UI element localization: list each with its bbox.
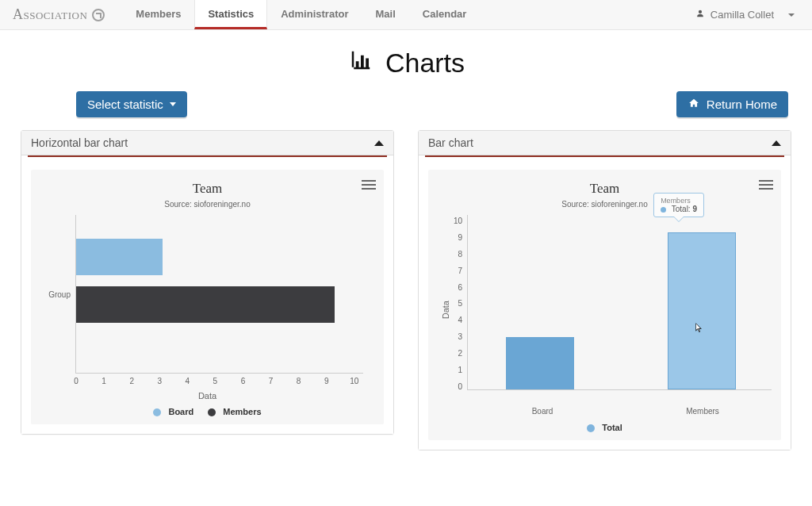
- gauge-icon: [92, 9, 105, 21]
- vbar-chart-card: Team Source: sioforeninger.no Data 10 9 …: [428, 170, 781, 440]
- vbar-tooltip: Members Total: 9: [653, 193, 704, 217]
- page-title: Charts: [0, 48, 812, 79]
- user-icon: [696, 9, 704, 21]
- hbar-tick: 1: [102, 377, 106, 385]
- nav-item-mail[interactable]: Mail: [362, 0, 408, 29]
- tooltip-row: Total: 9: [661, 205, 697, 213]
- hbar-tick: 6: [241, 377, 246, 385]
- hbar-tick: 4: [186, 377, 190, 385]
- chart-menu-icon[interactable]: [362, 178, 376, 192]
- legend-board-label: Board: [168, 407, 193, 416]
- vbar-plot-area: Data 10 9 8 7 6 5 4 3 2 1 0: [438, 215, 772, 405]
- nav-item-administrator[interactable]: Administrator: [267, 0, 362, 29]
- vbar-ytick: 3: [454, 332, 462, 341]
- panel-hbar-header[interactable]: Horizontal bar chart: [21, 131, 393, 155]
- hbar-chart-card: Team Source: sioforeninger.no Group 0 1 …: [31, 170, 384, 424]
- page-title-text: Charts: [385, 48, 465, 79]
- vbar-y-axis-title: Data: [441, 301, 450, 319]
- panel-hbar-body: Team Source: sioforeninger.no Group 0 1 …: [21, 157, 393, 434]
- tooltip-value: 9: [692, 205, 697, 213]
- hbar-tick: 10: [350, 377, 358, 385]
- bar-chart-icon: [347, 48, 374, 79]
- vbar-xcat-members: Members: [686, 407, 719, 416]
- hbar-x-axis: 0 1 2 3 4 5 6 7 8 9 10: [76, 377, 363, 385]
- vbar-ytick: 6: [454, 283, 462, 292]
- vbar-bar-board[interactable]: [506, 337, 574, 389]
- nav-item-statistics[interactable]: Statistics: [194, 0, 267, 29]
- user-menu[interactable]: Camilla Collet: [687, 0, 804, 29]
- tooltip-dot-icon: [661, 207, 666, 213]
- hbar-bar-board[interactable]: [76, 239, 163, 275]
- hbar-x-axis-title: Data: [40, 391, 374, 401]
- tooltip-series-label: Total:: [672, 205, 691, 213]
- legend-total-label: Total: [602, 423, 622, 432]
- legend-item-board[interactable]: Board: [153, 407, 193, 416]
- chevron-up-icon[interactable]: [772, 140, 781, 146]
- user-name: Camilla Collet: [710, 9, 774, 21]
- chevron-up-icon[interactable]: [374, 140, 384, 146]
- panel-vbar-title: Bar chart: [428, 136, 473, 149]
- vbar-title: Team: [438, 181, 772, 197]
- vbar-ytick: 5: [454, 299, 462, 308]
- vbar-subtitle: Source: sioforeninger.no: [438, 200, 772, 209]
- hbar-tick: 8: [297, 377, 301, 385]
- tooltip-header: Members: [661, 197, 697, 205]
- brand-label: Association: [13, 6, 87, 23]
- hbar-tick: 2: [129, 377, 134, 385]
- vbar-x-axis: Board Members: [454, 407, 787, 418]
- hbar-y-axis-label: Group: [44, 290, 71, 299]
- hbar-title: Team: [40, 181, 374, 197]
- vbar-ytick: 7: [454, 266, 462, 275]
- panel-vbar: Bar chart Team Source: sioforeninger.no …: [418, 130, 791, 450]
- hbar-tick: 0: [74, 377, 79, 385]
- brand[interactable]: Association: [5, 0, 113, 29]
- hbar-plot-area: Group 0 1 2 3 4 5 6 7 8: [40, 215, 374, 374]
- vbar-ytick: 4: [454, 316, 462, 324]
- select-statistic-label: Select statistic: [87, 98, 163, 111]
- vbar-ytick: 0: [454, 382, 462, 391]
- vbar-plot[interactable]: Members Total: 9: [467, 215, 772, 390]
- panels-row: Horizontal bar chart Team Source: siofor…: [0, 130, 812, 450]
- hbar-subtitle: Source: sioforeninger.no: [40, 200, 374, 209]
- return-home-button[interactable]: Return Home: [676, 91, 788, 117]
- vbar-ytick: 10: [454, 217, 462, 225]
- legend-item-total[interactable]: Total: [587, 423, 622, 432]
- hbar-tick: 9: [324, 377, 329, 385]
- chevron-down-icon: [170, 102, 176, 106]
- chevron-down-icon: [788, 13, 795, 17]
- nav-item-members[interactable]: Members: [122, 0, 194, 29]
- vbar-ytick: 9: [454, 233, 462, 242]
- vbar-ytick: 1: [454, 366, 462, 374]
- nav-tabs: Members Statistics Administrator Mail Ca…: [122, 0, 480, 29]
- vbar-xcat-board: Board: [532, 407, 553, 416]
- legend-dot-icon: [587, 424, 595, 432]
- panel-vbar-header[interactable]: Bar chart: [419, 131, 791, 155]
- panel-hbar-title: Horizontal bar chart: [31, 136, 128, 149]
- legend-dot-icon: [208, 408, 216, 416]
- vbar-y-axis: 10 9 8 7 6 5 4 3 2 1 0: [454, 215, 467, 401]
- vbar-bar-members[interactable]: [668, 232, 736, 389]
- vbar-ytick: 2: [454, 349, 462, 358]
- legend-dot-icon: [153, 408, 161, 416]
- return-home-label: Return Home: [707, 98, 777, 111]
- home-icon: [688, 98, 700, 111]
- legend-item-members[interactable]: Members: [208, 407, 261, 416]
- hbar-bar-members[interactable]: [76, 286, 335, 323]
- panel-hbar: Horizontal bar chart Team Source: siofor…: [21, 130, 394, 435]
- panel-vbar-body: Team Source: sioforeninger.no Data 10 9 …: [419, 157, 791, 450]
- hbar-tick: 3: [157, 377, 162, 385]
- action-bar: Select statistic Return Home: [0, 79, 812, 130]
- hbar-tick: 7: [269, 377, 274, 385]
- mouse-cursor-icon: [694, 320, 705, 335]
- hbar-tick: 5: [213, 377, 218, 385]
- top-navbar: Association Members Statistics Administr…: [0, 0, 812, 30]
- chart-menu-icon[interactable]: [759, 178, 773, 192]
- nav-item-calendar[interactable]: Calendar: [409, 0, 481, 29]
- hbar-plot[interactable]: 0 1 2 3 4 5 6 7 8 9 10: [75, 215, 363, 374]
- select-statistic-button[interactable]: Select statistic: [76, 91, 187, 117]
- vbar-ytick: 8: [454, 250, 462, 259]
- legend-members-label: Members: [223, 407, 261, 416]
- vbar-legend: Total: [438, 416, 772, 435]
- hbar-legend: Board Members: [40, 401, 374, 420]
